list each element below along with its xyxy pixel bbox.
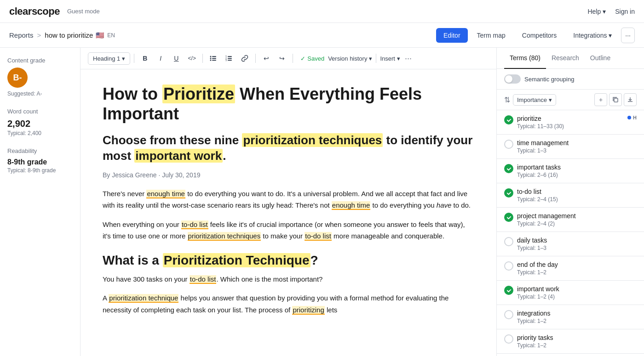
main-layout: Content grade B- Suggested: A- Word coun… (0, 48, 644, 356)
right-panel-tabs: Terms (80) Research Outline (497, 48, 644, 69)
term-checkbox[interactable] (504, 237, 513, 246)
heading-select[interactable]: Heading 1 ▾ (88, 52, 130, 65)
term-checkbox[interactable] (504, 261, 513, 271)
tab-terms[interactable]: Terms (80) (504, 48, 546, 69)
term-item: important tasksTypical: 2–6 (16) (497, 159, 644, 183)
term-item: important workTypical: 1–2 (4) (497, 281, 644, 305)
term-name: project management (517, 212, 637, 220)
link-button[interactable] (238, 51, 252, 65)
highlight-prioritization-technique-2: prioritization technique (109, 294, 178, 303)
download-button[interactable] (624, 93, 637, 106)
semantic-grouping-toggle[interactable] (504, 74, 521, 84)
term-checkbox[interactable] (504, 188, 513, 198)
term-item: prioritizeTypical: 11–33 (30)H (497, 110, 644, 135)
underline-button[interactable]: U (169, 51, 183, 65)
highlight-prioritizing: prioritizing (292, 306, 324, 315)
bold-button[interactable]: B (138, 51, 152, 65)
readability-section: Readability 8-9th grade Typical: 8-9th g… (7, 147, 73, 174)
term-badge: H (627, 115, 637, 120)
sort-select[interactable]: Importance ▾ (513, 94, 556, 106)
chevron-down-icon: ▾ (603, 8, 606, 15)
numbered-list-button[interactable]: 1.2.3. (222, 51, 236, 65)
redo-button[interactable]: ↪ (275, 51, 289, 65)
term-typical: Typical: 2–4 (2) (517, 220, 637, 227)
breadcrumb-separator: > (37, 31, 41, 39)
bullet-list-button[interactable] (207, 51, 220, 65)
term-item: end of the dayTypical: 1–2 (497, 256, 644, 281)
tab-research[interactable]: Research (546, 48, 585, 69)
help-button[interactable]: Help ▾ (587, 8, 606, 15)
term-item: integrationsTypical: 1–2 (497, 305, 644, 329)
term-name: integrations (517, 310, 637, 317)
term-info: priority tasksTypical: 1–2 (517, 334, 637, 349)
word-count-label: Word count (7, 108, 73, 115)
term-name: to-do list (517, 188, 637, 195)
content-grade-label: Content grade (7, 57, 73, 64)
breadcrumb-reports[interactable]: Reports (9, 31, 34, 39)
chevron-down-icon: ▾ (369, 55, 372, 62)
italic-button[interactable]: I (154, 51, 167, 65)
term-typical: Typical: 1–2 (4) (517, 294, 637, 300)
add-term-button[interactable]: + (594, 93, 607, 106)
word-count-section: Word count 2,902 Typical: 2,400 (7, 108, 73, 136)
toolbar-more-button[interactable]: ··· (402, 54, 414, 63)
badge-dot (627, 116, 631, 119)
editor-toolbar: Heading 1 ▾ B I U </> 1.2.3. ↩ ↪ ✓ (80, 48, 496, 69)
svg-rect-12 (614, 98, 618, 102)
code-button[interactable]: </> (185, 51, 199, 65)
saved-indicator: ✓ Saved (300, 55, 324, 62)
term-name: priority tasks (517, 334, 637, 341)
term-checkbox[interactable] (504, 115, 513, 124)
svg-rect-3 (212, 58, 216, 59)
term-info: prioritizeTypical: 11–33 (30) (517, 115, 624, 130)
term-name: important work (517, 285, 637, 293)
term-item: daily tasksTypical: 1–3 (497, 232, 644, 256)
grade-circle: B- (7, 68, 28, 88)
article-para-3: You have 300 tasks on your to-do list. W… (103, 273, 474, 285)
breadcrumb-bar: Reports > how to prioritize 🇺🇸 EN Editor… (0, 23, 644, 48)
article-para-4: A prioritization technique helps you ans… (103, 292, 474, 316)
svg-point-2 (210, 58, 212, 59)
tab-integrations[interactable]: Integrations ▾ (566, 28, 619, 43)
svg-rect-7 (228, 56, 232, 57)
tab-outline[interactable]: Outline (585, 48, 616, 69)
nav-left: clearscope Guest mode (9, 6, 100, 17)
highlight-important-work: important work (134, 149, 223, 163)
svg-rect-9 (228, 58, 232, 59)
term-info: end of the dayTypical: 1–2 (517, 261, 637, 276)
term-checkbox[interactable] (504, 310, 513, 319)
nav-tabs: Editor Term map Competitors Integrations… (436, 28, 635, 43)
term-typical: Typical: 2–4 (15) (517, 196, 637, 203)
word-count-typical: Typical: 2,400 (7, 130, 73, 136)
top-nav: clearscope Guest mode Help ▾ Sign in (0, 0, 644, 23)
semantic-grouping-row: Semantic grouping (497, 69, 644, 90)
term-checkbox[interactable] (504, 334, 513, 344)
sign-in-button[interactable]: Sign in (615, 8, 635, 15)
suggested-grade: Suggested: A- (7, 90, 73, 97)
editor-content[interactable]: How to Prioritize When Everything Feels … (80, 69, 496, 356)
insert-button[interactable]: Insert ▾ (380, 55, 400, 62)
svg-point-4 (210, 60, 212, 61)
version-history-button[interactable]: Version history ▾ (328, 55, 372, 62)
readability-value: 8-9th grade (7, 158, 73, 166)
guest-mode-label: Guest mode (67, 8, 100, 15)
more-options-button[interactable]: ··· (621, 28, 635, 43)
tab-term-map[interactable]: Term map (470, 28, 513, 43)
lang-badge: EN (107, 32, 115, 39)
term-typical: Typical: 1–2 (517, 269, 637, 276)
svg-rect-11 (228, 60, 232, 61)
term-checkbox[interactable] (504, 164, 513, 173)
svg-rect-1 (212, 56, 216, 57)
term-checkbox[interactable] (504, 213, 513, 222)
copy-button[interactable] (609, 93, 622, 106)
term-checkbox[interactable] (504, 140, 513, 149)
undo-button[interactable]: ↩ (259, 51, 273, 65)
toggle-knob (505, 75, 512, 83)
term-checkbox[interactable] (504, 286, 513, 295)
left-sidebar: Content grade B- Suggested: A- Word coun… (0, 48, 80, 356)
term-typical: Typical: 2–6 (16) (517, 172, 637, 178)
word-count-value: 2,902 (7, 119, 73, 129)
tab-editor[interactable]: Editor (436, 28, 468, 43)
toolbar-separator-4 (293, 54, 293, 63)
tab-competitors[interactable]: Competitors (515, 28, 564, 43)
